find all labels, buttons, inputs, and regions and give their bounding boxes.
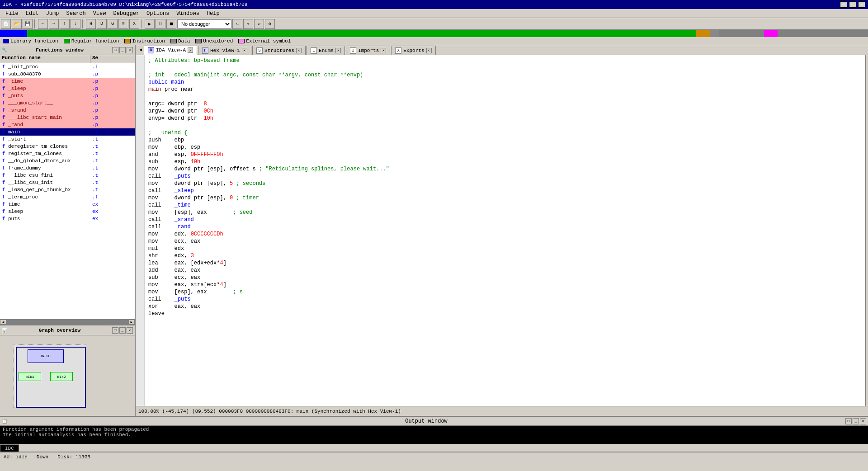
tb-xref[interactable]: X [129, 19, 139, 29]
resize-handle[interactable] [865, 55, 868, 406]
func-row-term[interactable]: f _term_proc .f [0, 193, 135, 201]
code-view[interactable]: ; Attributes: bp-based frame ; int __cde… [145, 55, 865, 406]
tb-stop[interactable]: ⏹ [166, 19, 176, 29]
functions-icon: 🔧 [2, 47, 7, 53]
functions-min-btn[interactable]: _ [119, 47, 126, 53]
func-row-puts-ex[interactable]: f puts ex [0, 215, 135, 222]
functions-float-btn[interactable]: □ [112, 47, 118, 53]
nav-scrollbar[interactable] [778, 30, 868, 37]
tab-structures[interactable]: S Structures ✕ [252, 46, 306, 55]
menu-options[interactable]: Options [143, 10, 173, 17]
legend-library-color [3, 39, 9, 43]
tb-list[interactable]: ≡ [118, 19, 128, 29]
func-row-sleep-plt[interactable]: f _sleep .p [0, 85, 135, 92]
func-row-libc[interactable]: f ___libc_start_main .p [0, 114, 135, 121]
minimize-button[interactable]: ─ [840, 1, 847, 8]
func-row-i686[interactable]: f _i686_get_pc_thunk_bx .t [0, 186, 135, 193]
func-icon: f [0, 72, 7, 77]
functions-list[interactable]: f _init_proc .i f sub_8048370 .p f _time… [0, 63, 135, 319]
legend-library-label: Library function [10, 38, 58, 44]
menu-view[interactable]: View [90, 10, 110, 17]
tb-hex[interactable]: H [86, 19, 96, 29]
graph-min-btn[interactable]: _ [119, 327, 126, 334]
tb-stepover[interactable]: ↷ [243, 19, 253, 29]
tb-forward[interactable]: → [49, 19, 59, 29]
menu-jump[interactable]: Jump [42, 10, 63, 17]
close-button[interactable]: ✕ [858, 1, 865, 8]
tab-close-enums[interactable]: ✕ [335, 48, 341, 53]
tb-save[interactable]: 💾 [23, 19, 33, 29]
functions-hscroll[interactable]: ◀ ▶ [0, 319, 135, 325]
menu-debugger[interactable]: Debugger [109, 10, 143, 17]
func-row-sleep-ex[interactable]: f sleep ex [0, 208, 135, 215]
tb-dec[interactable]: D [97, 19, 107, 29]
code-line: mov eax, strs[ecx*4] [148, 281, 862, 288]
output-controls: □ _ ✕ [845, 418, 866, 424]
tab-enums[interactable]: E Enums ✕ [307, 46, 345, 55]
code-line: envp= dword ptr 10h [148, 115, 862, 122]
menu-edit[interactable]: Edit [22, 10, 42, 17]
graph-title: Graph overview [39, 328, 80, 333]
functions-close-btn[interactable]: ✕ [127, 47, 133, 53]
func-row-libc-csu-fini[interactable]: f __libc_csu_fini .t [0, 172, 135, 179]
tab-nav-left[interactable]: ◀ [137, 45, 144, 55]
func-row-rand[interactable]: f _rand .p [0, 121, 135, 128]
func-row-time-ex[interactable]: f time ex [0, 201, 135, 208]
toolbar: 📄 📂 💾 ← → ↑ ↓ H D G ≡ X ▶ ⏸ ⏹ No debugge… [0, 18, 868, 30]
tb-run[interactable]: ▶ [145, 19, 155, 29]
output-close-btn[interactable]: ✕ [860, 418, 866, 424]
output-float-btn[interactable]: □ [845, 418, 852, 424]
func-row-sub[interactable]: f sub_8048370 .p [0, 71, 135, 78]
func-row-do-global[interactable]: f __do_global_dtors_aux .t [0, 157, 135, 165]
tb-down[interactable]: ↓ [71, 19, 80, 29]
func-row-gmon[interactable]: f ___gmon_start__ .p [0, 99, 135, 107]
func-name: ___libc_start_main [7, 115, 90, 120]
tb-step[interactable]: ↪ [232, 19, 242, 29]
tb-settings[interactable]: ⚙ [265, 19, 275, 29]
tab-close-exports[interactable]: ✕ [426, 48, 432, 53]
tab-hex-view[interactable]: H Hex View-1 ✕ [198, 46, 251, 55]
output-line-2: The initial autoanalysis has been finish… [3, 432, 865, 438]
tab-ida-view[interactable]: A IDA View-A ✕ [144, 46, 197, 55]
menu-file[interactable]: File [2, 10, 22, 17]
func-row-register[interactable]: f register_tm_clones .t [0, 150, 135, 157]
tab-close-hex[interactable]: ✕ [242, 48, 247, 53]
tab-close-structures[interactable]: ✕ [296, 48, 302, 53]
tb-new[interactable]: 📄 [1, 19, 11, 29]
menu-windows[interactable]: Windows [173, 10, 203, 17]
func-row-puts-plt[interactable]: f _puts .p [0, 92, 135, 99]
func-row-libc-csu-init[interactable]: f __libc_csu_init .t [0, 179, 135, 186]
graph-float-btn[interactable]: □ [112, 327, 118, 334]
tab-close-ida[interactable]: ✕ [188, 47, 193, 53]
maximize-button[interactable]: □ [849, 1, 856, 8]
output-min-btn[interactable]: _ [853, 418, 859, 424]
func-row-time-plt[interactable]: f _time .p [0, 78, 135, 85]
tb-open[interactable]: 📂 [12, 19, 22, 29]
tb-graph[interactable]: G [108, 19, 118, 29]
func-row-deregister[interactable]: f deregister_tm_clones .t [0, 143, 135, 150]
tb-up[interactable]: ↑ [60, 19, 70, 29]
tab-imports[interactable]: I Imports ✕ [346, 46, 390, 55]
func-row-main[interactable]: f main .t [0, 128, 135, 136]
graph-content[interactable]: main blk1 blk2 [0, 335, 135, 416]
func-icon: f [0, 108, 7, 113]
tb-pause[interactable]: ⏸ [156, 19, 165, 29]
debugger-select[interactable]: No debugger [177, 19, 231, 28]
graph-close-btn[interactable]: ✕ [127, 327, 133, 334]
func-name: puts [7, 216, 90, 221]
tab-close-imports[interactable]: ✕ [381, 48, 386, 53]
menu-help[interactable]: Help [203, 10, 223, 17]
graph-title-bar: 📊 Graph overview □ _ ✕ [0, 325, 135, 335]
func-row-srand[interactable]: f _srand .p [0, 107, 135, 114]
tab-exports[interactable]: X Exports ✕ [391, 46, 435, 55]
tb-stepout[interactable]: ↩ [254, 19, 264, 29]
window-title: IDA - 428f6e6f75754fca8964d35b16a4b709 D… [3, 2, 247, 7]
code-line: mov [esp], eax ; s [148, 288, 862, 296]
func-row-init[interactable]: f _init_proc .i [0, 63, 135, 71]
func-row-start[interactable]: f _start .t [0, 136, 135, 143]
tb-back[interactable]: ← [38, 19, 48, 29]
func-row-frame[interactable]: f frame_dummy .t [0, 165, 135, 172]
menu-search[interactable]: Search [62, 10, 89, 17]
output-tab-idc[interactable]: IDC [0, 444, 19, 452]
legend-data: Data [170, 38, 190, 44]
